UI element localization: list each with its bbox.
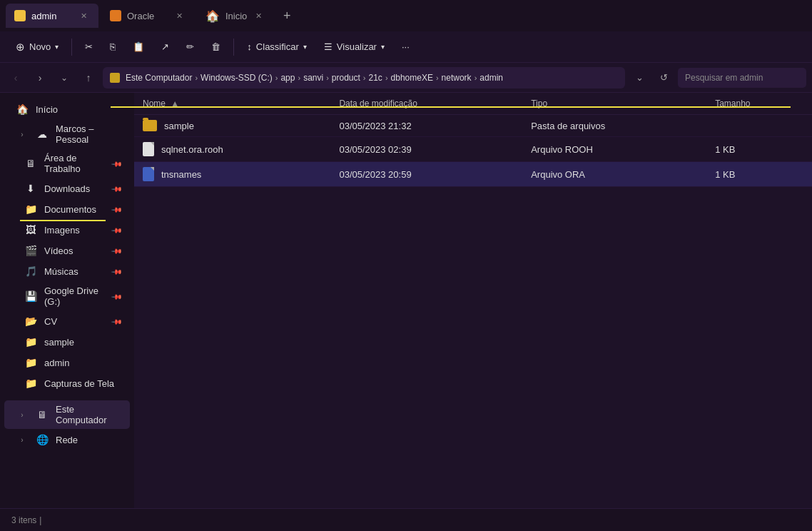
sidebar-item-label: Início — [36, 104, 58, 115]
address-dbhome: dbhomeXE — [391, 73, 433, 83]
download-icon: ⬇ — [24, 182, 37, 195]
pin-icon: 📌 — [111, 224, 123, 236]
cut-button[interactable]: ✂ — [78, 38, 100, 56]
sidebar-item-este-computador[interactable]: › 🖥 Este Computador — [4, 400, 130, 429]
file-type: Arquivo ORA — [522, 162, 706, 187]
chevron-icon: › — [275, 74, 278, 82]
column-tipo: Tipo — [522, 93, 706, 115]
toolbar: ⊕ Novo ▾ ✂ ⎘ 📋 ↗ ✏ 🗑 ↕ Classificar ▾ — [0, 31, 812, 63]
sidebar-item-admin[interactable]: 📁 admin — [4, 353, 130, 373]
tab-folder-icon — [110, 10, 121, 21]
tab-close-button[interactable]: ✕ — [173, 10, 186, 22]
rename-button[interactable]: ✏ — [179, 38, 201, 56]
chevron-icon: › — [326, 74, 329, 82]
file-size — [706, 115, 812, 137]
address-row: ‹ › ⌄ ↑ Este Computador › Windows-SSD (C… — [0, 63, 812, 93]
copy-button[interactable]: ⎘ — [103, 38, 123, 56]
sidebar-item-capturas[interactable]: 📁 Capturas de Tela — [4, 373, 130, 393]
tab-admin[interactable]: admin ✕ — [6, 4, 98, 28]
address-admin: admin — [479, 73, 503, 83]
table-row[interactable]: sample 03/05/2023 21:32 Pasta de arquivo… — [134, 115, 812, 137]
cloud-icon: ☁ — [36, 128, 49, 141]
paste-button[interactable]: 📋 — [126, 38, 151, 56]
sidebar-item-documentos[interactable]: 📁 Documentos 📌 — [4, 199, 130, 219]
expand-icon: › — [16, 408, 29, 421]
pin-icon: 📌 — [111, 290, 123, 302]
status-bar: 3 itens | — [0, 508, 812, 531]
tab-close-button[interactable]: ✕ — [78, 10, 90, 22]
sidebar-item-desktop[interactable]: 🖥 Área de Trabalho 📌 — [4, 149, 130, 178]
sort-button[interactable]: ↕ Classificar ▾ — [240, 38, 313, 56]
sidebar-item-label: Imagens — [44, 225, 80, 236]
tab-close-button[interactable]: ✕ — [253, 10, 265, 22]
table-row[interactable]: tnsnames 03/05/2023 20:59 Arquivo ORA 1 … — [134, 162, 812, 187]
item-count: 3 itens — [11, 515, 36, 525]
new-icon: ⊕ — [16, 41, 25, 54]
document-icon — [143, 167, 154, 181]
sort-arrow-icon: ▲ — [171, 98, 179, 108]
sidebar-item-rede[interactable]: › 🌐 Rede — [4, 430, 130, 450]
file-name-cell: sample — [143, 120, 322, 131]
recent-button[interactable]: ⌄ — [54, 68, 74, 88]
address-dropdown-button[interactable]: ⌄ — [629, 68, 649, 88]
pin-icon: 📌 — [111, 315, 123, 327]
drive-icon: 💾 — [24, 290, 37, 303]
file-name-cell: tnsnames — [143, 167, 322, 181]
address-folder-icon — [110, 73, 120, 83]
document-icon — [143, 142, 154, 156]
sort-dropdown-icon: ▾ — [303, 43, 307, 51]
sidebar-item-label: admin — [44, 358, 69, 368]
sidebar-item-sample[interactable]: 📁 sample — [4, 332, 130, 352]
chevron-icon: › — [385, 74, 388, 82]
sidebar-item-label: Rede — [56, 435, 78, 445]
search-input[interactable] — [678, 68, 806, 88]
share-button[interactable]: ↗ — [154, 38, 176, 56]
video-icon: 🎬 — [24, 244, 37, 257]
sidebar-item-inicio[interactable]: 🏠 Início — [4, 99, 130, 119]
copy-icon: ⎘ — [110, 41, 116, 52]
cut-icon: ✂ — [85, 41, 93, 52]
address-drive: Windows-SSD (C:) — [201, 73, 273, 83]
delete-button[interactable]: 🗑 — [204, 38, 228, 56]
pin-icon: 📌 — [111, 183, 123, 194]
sidebar-item-downloads[interactable]: ⬇ Downloads 📌 — [4, 178, 130, 198]
forward-button[interactable]: › — [30, 68, 50, 88]
rename-icon: ✏ — [186, 41, 194, 52]
column-nome[interactable]: Nome ▲ — [134, 93, 330, 115]
sidebar-item-label: Marcos – Pessoal — [56, 123, 121, 145]
address-bar[interactable]: Este Computador › Windows-SSD (C:) › app… — [103, 67, 625, 88]
sidebar-item-musicas[interactable]: 🎵 Músicas 📌 — [4, 261, 130, 281]
tab-inicio[interactable]: 🏠 Inicio ✕ — [197, 4, 273, 28]
tab-label: Oracle — [127, 11, 154, 21]
file-date: 03/05/2023 20:59 — [330, 162, 522, 187]
more-icon: ··· — [402, 41, 410, 52]
sidebar-item-label: Google Drive (G:) — [44, 285, 106, 307]
expand-icon: › — [16, 433, 29, 446]
view-button[interactable]: ☰ Visualizar ▾ — [317, 38, 392, 56]
new-tab-button[interactable]: + — [276, 5, 298, 26]
sidebar-item-marcos[interactable]: › ☁ Marcos – Pessoal — [4, 120, 130, 148]
paste-icon: 📋 — [133, 41, 144, 52]
sidebar-item-google-drive[interactable]: 💾 Google Drive (G:) 📌 — [4, 282, 130, 310]
sidebar-item-imagens[interactable]: 🖼 Imagens 📌 — [4, 220, 130, 240]
sidebar-item-cv[interactable]: 📂 CV 📌 — [4, 311, 130, 331]
computer-icon: 🖥 — [36, 408, 49, 421]
chevron-icon: › — [298, 74, 300, 82]
tab-oracle[interactable]: Oracle ✕ — [101, 4, 194, 28]
file-area: Nome ▲ Data de modificação Tipo Tamanho — [134, 93, 812, 508]
sidebar-item-videos[interactable]: 🎬 Vídeos 📌 — [4, 241, 130, 261]
documents-icon: 📁 — [24, 203, 37, 216]
folder-icon — [143, 120, 157, 131]
refresh-button[interactable]: ↺ — [654, 68, 674, 88]
desktop-icon: 🖥 — [24, 157, 37, 170]
new-dropdown-icon: ▾ — [55, 43, 59, 51]
more-button[interactable]: ··· — [395, 38, 417, 56]
back-button[interactable]: ‹ — [6, 68, 26, 88]
file-size: 1 KB — [706, 137, 812, 162]
address-text: Este Computador — [126, 73, 192, 83]
new-button[interactable]: ⊕ Novo ▾ — [9, 37, 66, 57]
table-row[interactable]: sqlnet.ora.rooh 03/05/2023 02:39 Arquivo… — [134, 137, 812, 162]
up-button[interactable]: ↑ — [78, 68, 98, 88]
address-app: app — [280, 73, 295, 83]
delete-icon: 🗑 — [211, 41, 220, 52]
